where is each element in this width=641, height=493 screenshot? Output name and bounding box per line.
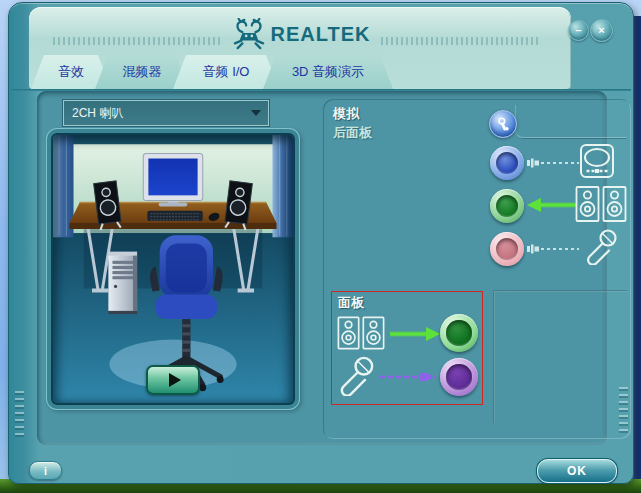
app-window: REALTEK – × 音效 混频器 音频 I/O 3D 音频演示 2CH 喇叭	[8, 2, 634, 484]
line-in-icon	[579, 143, 615, 179]
realtek-audio-manager: REALTEK – × 音效 混频器 音频 I/O 3D 音频演示 2CH 喇叭	[0, 0, 641, 493]
close-button[interactable]: ×	[590, 19, 613, 42]
chevron-down-icon	[251, 110, 261, 116]
jack-front-mic-purple[interactable]	[440, 358, 478, 396]
speakers-icon	[575, 185, 627, 223]
front-panel-highlight-box: 面板	[331, 291, 483, 405]
brand-text: REALTEK	[271, 23, 371, 46]
content-panel: 2CH 喇叭	[37, 91, 607, 445]
jack-line-out-green[interactable]	[490, 189, 524, 223]
ok-button[interactable]: OK	[537, 459, 617, 483]
play-icon	[169, 373, 181, 387]
jack-hole	[496, 152, 518, 174]
speakers-icon	[337, 313, 385, 353]
microphone-icon	[581, 227, 619, 265]
room-illustration	[47, 129, 299, 409]
jack-line-in-blue[interactable]	[490, 146, 524, 180]
jack-hole	[496, 238, 518, 260]
microphone-icon	[334, 354, 376, 396]
unplugged-cable-purple-icon	[380, 371, 436, 383]
minimize-button[interactable]: –	[568, 20, 589, 41]
settings-groupbox	[515, 105, 626, 138]
back-panel-label: 后面板	[333, 124, 372, 142]
connected-arrow-right-icon	[388, 326, 440, 342]
tab-audio-io[interactable]: 音频 I/O	[173, 55, 279, 89]
section-divider	[493, 291, 495, 423]
realtek-logo: REALTEK	[29, 15, 571, 53]
tab-mixer[interactable]: 混频器	[95, 55, 189, 89]
front-panel-label: 面板	[338, 294, 364, 312]
left-frame-grip	[15, 391, 24, 437]
wrench-icon	[496, 117, 511, 132]
jack-hole	[446, 320, 471, 345]
right-frame-grip	[619, 387, 628, 433]
analog-title: 模拟	[333, 105, 359, 123]
connected-arrow-left-icon	[527, 197, 579, 213]
speaker-config-select[interactable]: 2CH 喇叭	[63, 100, 269, 126]
unplugged-cable-icon	[527, 156, 579, 170]
unplugged-cable-icon	[527, 242, 579, 256]
room-scene	[53, 135, 293, 403]
crab-logo-icon	[230, 18, 268, 50]
speaker-config-value: 2CH 喇叭	[72, 105, 123, 122]
section-divider	[493, 290, 627, 292]
jack-hole	[496, 195, 518, 217]
tab-3d-audio-demo[interactable]: 3D 音频演示	[263, 55, 393, 89]
info-button[interactable]: i	[29, 461, 62, 480]
analog-panel: 模拟 后面板	[323, 99, 631, 439]
jack-hole	[446, 364, 471, 389]
play-sound-button[interactable]	[146, 365, 200, 395]
connector-settings-button[interactable]	[489, 110, 517, 138]
desk-scene-graphic	[53, 135, 293, 403]
jack-front-speaker-green[interactable]	[440, 314, 478, 352]
jack-mic-pink[interactable]	[490, 232, 524, 266]
